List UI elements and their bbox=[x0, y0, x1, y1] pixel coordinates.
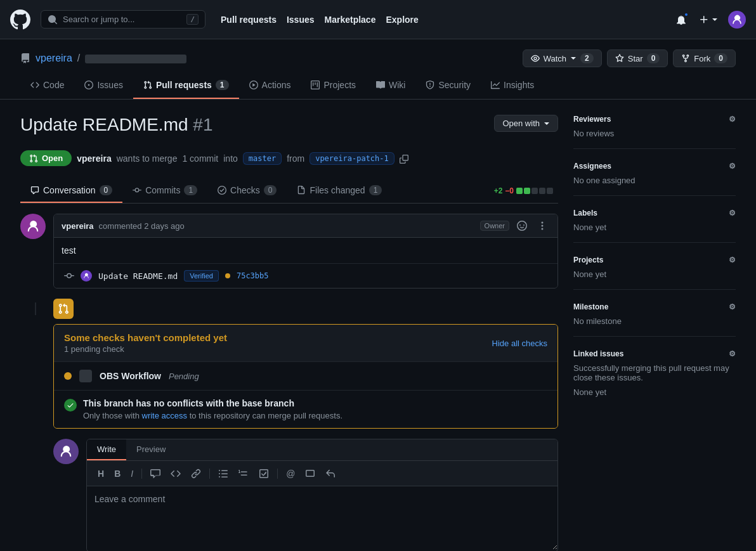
nav-marketplace[interactable]: Marketplace bbox=[325, 15, 376, 25]
write-toolbar: H B I bbox=[87, 461, 557, 486]
head-branch[interactable]: vpereira-patch-1 bbox=[310, 152, 394, 165]
labels-gear[interactable]: ⚙ bbox=[729, 209, 736, 217]
github-logo[interactable] bbox=[10, 10, 30, 30]
fork-button[interactable]: Fork 0 bbox=[673, 49, 736, 67]
notifications-button[interactable] bbox=[674, 12, 689, 27]
nav-pull-requests[interactable]: Pull requests bbox=[221, 15, 277, 25]
toolbar-heading[interactable]: H bbox=[94, 467, 107, 481]
toolbar-reply[interactable] bbox=[322, 466, 339, 481]
nav-issues[interactable]: Issues bbox=[287, 15, 315, 25]
comment-time: commented 2 days ago bbox=[99, 221, 185, 231]
toolbar-code[interactable] bbox=[167, 466, 184, 481]
tab-security[interactable]: Security bbox=[415, 72, 481, 99]
repo-owner[interactable]: vpereira bbox=[36, 53, 72, 64]
tab-security-label: Security bbox=[438, 80, 471, 90]
star-button[interactable]: Star 0 bbox=[607, 49, 668, 67]
write-tabs: Write Preview bbox=[87, 439, 557, 461]
current-user-avatar bbox=[53, 439, 79, 464]
user-avatar[interactable] bbox=[728, 11, 746, 29]
tab-wiki-label: Wiki bbox=[389, 80, 405, 90]
toolbar-quote[interactable] bbox=[147, 466, 164, 481]
toolbar-divider-1 bbox=[141, 469, 142, 479]
tab-projects[interactable]: Projects bbox=[301, 72, 366, 99]
tab-actions-label: Actions bbox=[262, 80, 291, 90]
tab-files-changed[interactable]: Files changed 1 bbox=[287, 179, 392, 203]
tab-conversation[interactable]: Conversation 0 bbox=[20, 179, 122, 203]
linked-issues-gear[interactable]: ⚙ bbox=[729, 349, 736, 358]
diff-bar-3 bbox=[531, 188, 538, 194]
diff-stat: +2 −0 bbox=[494, 186, 558, 195]
projects-gear[interactable]: ⚙ bbox=[729, 256, 736, 264]
tab-insights[interactable]: Insights bbox=[481, 72, 544, 99]
assignees-gear[interactable]: ⚙ bbox=[729, 162, 736, 171]
commit-avatar bbox=[81, 270, 92, 282]
pr-title: Update README.md #1 bbox=[20, 115, 212, 135]
tab-code-label: Code bbox=[43, 80, 64, 90]
comment-box: vpereira commented 2 days ago Owner test bbox=[53, 214, 558, 288]
assignees-value: No one assigned bbox=[573, 176, 736, 185]
pr-commits-count: 1 commit bbox=[182, 153, 218, 164]
open-with-button[interactable]: Open with bbox=[494, 115, 558, 132]
projects-value: None yet bbox=[573, 269, 736, 279]
toolbar-task-list[interactable] bbox=[256, 466, 272, 481]
tab-pull-requests[interactable]: Pull requests 1 bbox=[133, 72, 239, 99]
linked-issues-title: Linked issues ⚙ bbox=[573, 349, 736, 358]
diff-bar-5 bbox=[547, 188, 553, 194]
toolbar-unordered-list[interactable] bbox=[215, 466, 231, 481]
tab-issues[interactable]: Issues bbox=[74, 72, 133, 99]
labels-title: Labels ⚙ bbox=[573, 209, 736, 217]
nav-explore[interactable]: Explore bbox=[386, 15, 418, 25]
create-button[interactable] bbox=[696, 12, 720, 27]
write-access-link[interactable]: write access bbox=[142, 411, 188, 420]
tab-code[interactable]: Code bbox=[20, 72, 74, 99]
owner-badge: Owner bbox=[480, 221, 509, 231]
no-conflict-desc: Only those with write access to this rep… bbox=[83, 411, 342, 420]
success-check-icon bbox=[64, 399, 77, 412]
toolbar-link[interactable] bbox=[188, 466, 204, 481]
commit-row: Update README.md Verified 75c3bb5 bbox=[54, 263, 557, 288]
obs-workflow-avatar bbox=[79, 370, 92, 382]
checks-header: Some checks haven't completed yet 1 pend… bbox=[54, 325, 557, 361]
tab-actions[interactable]: Actions bbox=[239, 72, 301, 99]
toolbar-ordered-list[interactable] bbox=[235, 466, 252, 481]
verified-badge: Verified bbox=[184, 270, 219, 282]
checks-title: Some checks haven't completed yet bbox=[64, 332, 227, 343]
top-nav-links: Pull requests Issues Marketplace Explore bbox=[221, 15, 419, 25]
hide-checks-button[interactable]: Hide all checks bbox=[492, 339, 547, 348]
tab-issues-label: Issues bbox=[97, 80, 122, 90]
toolbar-bold[interactable]: B bbox=[111, 467, 124, 481]
comment-author[interactable]: vpereira bbox=[62, 221, 94, 231]
reviewers-gear[interactable]: ⚙ bbox=[729, 115, 736, 124]
tab-conversation-label: Conversation bbox=[43, 185, 96, 195]
repo-name[interactable] bbox=[85, 53, 186, 64]
checks-pending: 1 pending check bbox=[64, 344, 227, 354]
tab-checks-label: Checks bbox=[230, 185, 260, 195]
commit-hash[interactable]: 75c3bb5 bbox=[237, 271, 269, 280]
comment-emoji-button[interactable] bbox=[514, 219, 530, 232]
diff-bar-4 bbox=[539, 188, 545, 194]
tab-commits[interactable]: Commits 1 bbox=[122, 179, 207, 203]
tab-checks[interactable]: Checks 0 bbox=[207, 179, 287, 203]
pr-author[interactable]: vpereira bbox=[77, 153, 111, 164]
write-section: Write Preview H B I bbox=[53, 439, 558, 551]
toolbar-reference[interactable] bbox=[302, 466, 318, 481]
write-tab[interactable]: Write bbox=[87, 439, 126, 460]
milestone-gear[interactable]: ⚙ bbox=[729, 302, 736, 311]
tab-projects-label: Projects bbox=[323, 80, 356, 90]
milestone-title: Milestone ⚙ bbox=[573, 302, 736, 311]
comment-textarea[interactable] bbox=[87, 486, 557, 550]
preview-tab[interactable]: Preview bbox=[126, 439, 176, 460]
comment-more-button[interactable] bbox=[535, 219, 550, 232]
copy-branch-icon[interactable] bbox=[400, 153, 408, 163]
diff-bar-1 bbox=[516, 188, 523, 194]
watch-button[interactable]: Watch 2 bbox=[523, 49, 602, 67]
base-branch[interactable]: master bbox=[243, 152, 282, 165]
toolbar-italic[interactable]: I bbox=[127, 467, 136, 481]
toolbar-mention[interactable]: @ bbox=[283, 467, 298, 481]
commit-message[interactable]: Update README.md bbox=[98, 271, 178, 281]
milestone-section: Milestone ⚙ No milestone bbox=[573, 302, 736, 337]
assignees-title: Assignees ⚙ bbox=[573, 162, 736, 171]
search-box[interactable]: Search or jump to... / bbox=[41, 10, 205, 29]
no-conflict-title: This branch has no conflicts with the ba… bbox=[83, 398, 342, 408]
tab-wiki[interactable]: Wiki bbox=[366, 72, 415, 99]
